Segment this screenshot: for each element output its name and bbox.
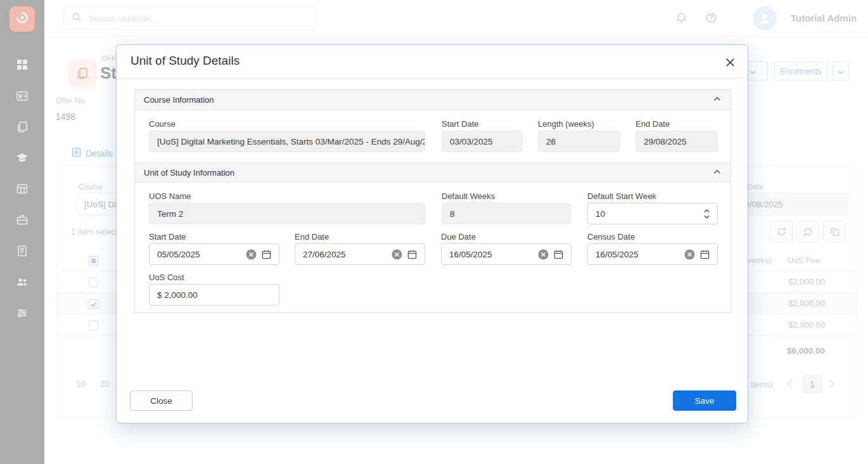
clear-icon[interactable] xyxy=(538,249,549,260)
uos-details-modal: Unit of Study Details Course Information… xyxy=(116,44,748,423)
modal-title: Unit of Study Details xyxy=(131,54,239,68)
calendar-icon[interactable] xyxy=(407,250,417,259)
due-date-label: Due Date xyxy=(441,232,476,242)
calendar-icon[interactable] xyxy=(554,250,563,259)
census-date-label: Census Date xyxy=(587,232,635,242)
end-date-label: End Date xyxy=(635,119,670,129)
uos-end-date-input[interactable]: 27/06/2025 xyxy=(295,243,425,265)
course-start-date-field: 03/03/2025 xyxy=(442,131,523,152)
close-icon[interactable] xyxy=(724,56,736,68)
stepper-up-icon[interactable] xyxy=(704,209,710,213)
default-weeks-label: Default Weeks xyxy=(442,191,495,201)
calendar-icon[interactable] xyxy=(700,250,710,259)
course-label: Course xyxy=(149,119,176,129)
length-weeks-field: 26 xyxy=(538,131,620,152)
uos-cost-label: UoS Cost xyxy=(149,273,184,282)
close-button[interactable]: Close xyxy=(130,390,193,411)
uos-start-date-input[interactable]: 05/05/2025 xyxy=(149,243,279,265)
chevron-up-icon xyxy=(713,94,722,105)
section-uos-information[interactable]: Unit of Study Information xyxy=(135,162,731,183)
section-course-information[interactable]: Course Information xyxy=(135,90,731,110)
calendar-icon[interactable] xyxy=(262,250,271,259)
app-root: Tutorial Admin OFF St e Enrolments Offer… xyxy=(0,0,868,464)
clear-icon[interactable] xyxy=(684,249,695,260)
uos-name-label: UOS Name xyxy=(149,191,191,201)
uos-start-date-label: Start Date xyxy=(149,232,186,242)
default-start-week-label: Default Start Week xyxy=(587,191,656,201)
default-weeks-field: 8 xyxy=(442,203,571,224)
length-weeks-label: Length (weeks) xyxy=(538,119,594,129)
start-date-label: Start Date xyxy=(442,119,479,129)
save-button[interactable]: Save xyxy=(673,390,736,411)
uos-end-date-label: End Date xyxy=(295,232,329,242)
uos-name-field: Term 2 xyxy=(149,203,425,224)
chevron-up-icon xyxy=(713,167,722,178)
uos-cost-input[interactable]: $ 2,000.00 xyxy=(149,284,279,306)
default-start-week-stepper[interactable]: 10 xyxy=(587,203,718,224)
course-end-date-field: 29/08/2025 xyxy=(635,131,718,152)
clear-icon[interactable] xyxy=(392,249,402,260)
due-date-input[interactable]: 16/05/2025 xyxy=(441,243,571,265)
clear-icon[interactable] xyxy=(246,249,257,260)
course-field: [UoS] Digital Marketing Essentials, Star… xyxy=(149,131,425,152)
modal-form-panel: Course Information Course [UoS] Digital … xyxy=(134,89,731,313)
stepper-down-icon[interactable] xyxy=(704,215,710,219)
divider xyxy=(117,78,748,79)
census-date-input[interactable]: 16/05/2025 xyxy=(587,243,718,265)
